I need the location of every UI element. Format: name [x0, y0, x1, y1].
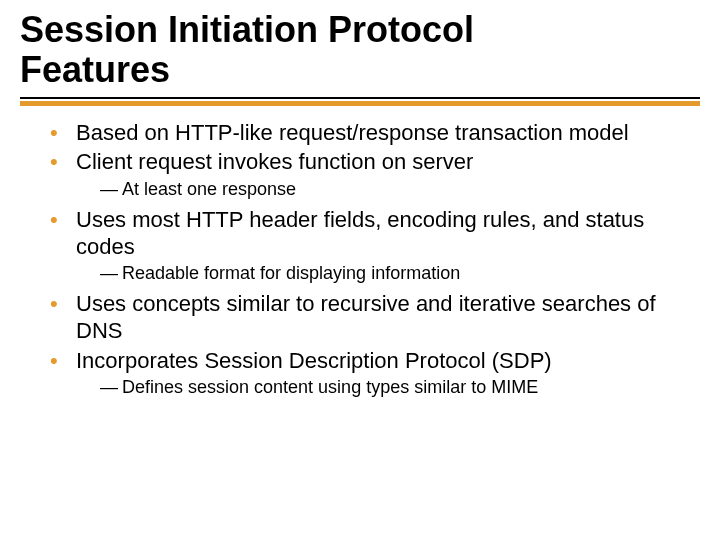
bullet-text: Incorporates Session Description Protoco… — [76, 348, 552, 373]
title-line-2: Features — [20, 49, 170, 90]
bullet-list: Based on HTTP-like request/response tran… — [20, 120, 700, 399]
bullet-text: At least one response — [122, 179, 296, 199]
list-item: Uses concepts similar to recursive and i… — [50, 291, 700, 345]
divider-thick — [20, 101, 700, 106]
bullet-text: Defines session content using types simi… — [122, 377, 538, 397]
sub-list: At least one response — [76, 178, 700, 201]
list-item: Defines session content using types simi… — [100, 376, 700, 399]
slide: Session Initiation Protocol Features Bas… — [0, 0, 720, 540]
title-underline — [20, 97, 700, 106]
bullet-text: Readable format for displaying informati… — [122, 263, 460, 283]
sub-list: Readable format for displaying informati… — [76, 262, 700, 285]
divider-thin — [20, 97, 700, 99]
slide-title: Session Initiation Protocol Features — [20, 10, 700, 91]
title-line-1: Session Initiation Protocol — [20, 9, 474, 50]
sub-list: Defines session content using types simi… — [76, 376, 700, 399]
bullet-text: Uses most HTTP header fields, encoding r… — [76, 207, 644, 259]
bullet-text: Client request invokes function on serve… — [76, 149, 473, 174]
list-item: Client request invokes function on serve… — [50, 149, 700, 200]
bullet-text: Based on HTTP-like request/response tran… — [76, 120, 629, 145]
list-item: Uses most HTTP header fields, encoding r… — [50, 207, 700, 285]
list-item: Based on HTTP-like request/response tran… — [50, 120, 700, 147]
bullet-text: Uses concepts similar to recursive and i… — [76, 291, 656, 343]
list-item: Incorporates Session Description Protoco… — [50, 348, 700, 399]
list-item: Readable format for displaying informati… — [100, 262, 700, 285]
list-item: At least one response — [100, 178, 700, 201]
